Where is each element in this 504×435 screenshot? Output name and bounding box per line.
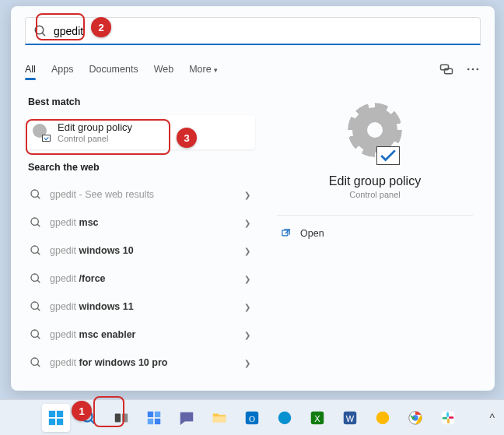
taskbar-app-2[interactable]	[271, 404, 299, 432]
sync-icon[interactable]	[439, 61, 454, 77]
search-icon	[30, 188, 42, 201]
widgets[interactable]	[140, 404, 168, 432]
svg-point-17	[31, 330, 38, 337]
taskbar-app-1[interactable]: O	[238, 404, 266, 432]
web-suggestion[interactable]: gpedit windows 11 ❯	[25, 293, 255, 321]
file-explorer[interactable]	[205, 404, 233, 432]
search-input[interactable]	[54, 25, 472, 37]
svg-rect-24	[57, 410, 63, 416]
chevron-right-icon: ❯	[244, 191, 250, 199]
preview-app-icon	[347, 107, 403, 163]
chevron-right-icon: ❯	[244, 359, 250, 367]
svg-rect-35	[213, 416, 226, 422]
web-suggestion[interactable]: gpedit msc enabler ❯	[25, 321, 255, 349]
svg-rect-34	[155, 418, 160, 423]
chat[interactable]	[173, 404, 201, 432]
annotation-box-1	[93, 396, 124, 427]
svg-text:O: O	[249, 413, 255, 423]
svg-point-15	[31, 302, 38, 309]
svg-point-6	[477, 68, 479, 71]
web-suggestion[interactable]: gpedit for windows 10 pro ❯	[25, 349, 255, 377]
chevron-down-icon: ▾	[214, 66, 218, 74]
svg-line-8	[37, 196, 40, 198]
tab-all[interactable]: All	[25, 59, 36, 79]
svg-line-14	[37, 280, 40, 282]
chevron-right-icon: ❯	[244, 275, 250, 283]
svg-line-12	[37, 252, 40, 254]
web-suggestion[interactable]: gpedit - See web results ❯	[25, 181, 255, 209]
preview-pane: Edit group policy Control panel Open	[269, 92, 481, 377]
tab-documents[interactable]: Documents	[89, 59, 138, 79]
web-suggestion[interactable]: gpedit /force ❯	[25, 265, 255, 293]
svg-rect-32	[155, 411, 160, 416]
svg-rect-49	[447, 418, 450, 423]
svg-line-16	[37, 308, 40, 310]
tab-apps[interactable]: Apps	[51, 59, 74, 79]
open-action[interactable]: Open	[269, 220, 481, 247]
svg-point-38	[278, 411, 292, 424]
svg-rect-48	[443, 417, 447, 419]
web-suggestion[interactable]: gpedit msc ❯	[25, 209, 255, 237]
annotation-3: 3	[177, 128, 197, 148]
web-heading: Search the web	[28, 162, 255, 173]
svg-rect-21	[282, 230, 288, 236]
web-suggestion[interactable]: gpedit windows 10 ❯	[25, 237, 255, 265]
svg-point-7	[31, 190, 38, 197]
search-icon	[30, 216, 42, 229]
svg-line-10	[37, 224, 40, 226]
more-icon[interactable]	[465, 61, 481, 77]
taskbar-chrome[interactable]	[401, 404, 429, 432]
svg-rect-47	[446, 412, 449, 416]
chevron-right-icon: ❯	[244, 219, 250, 227]
chevron-right-icon: ❯	[244, 247, 250, 255]
svg-text:X: X	[314, 413, 320, 423]
search-icon	[30, 300, 42, 313]
svg-point-11	[31, 246, 38, 253]
svg-rect-31	[148, 411, 153, 416]
search-popup: All Apps Documents Web More▾ Best match …	[11, 6, 495, 391]
svg-point-4	[467, 68, 470, 71]
divider	[277, 215, 473, 216]
svg-point-13	[31, 274, 38, 281]
search-icon	[30, 356, 42, 369]
svg-rect-23	[49, 410, 55, 416]
svg-point-5	[472, 68, 474, 71]
annotation-box-2	[36, 13, 85, 40]
svg-rect-50	[449, 416, 453, 419]
svg-rect-26	[57, 418, 63, 424]
tab-web[interactable]: Web	[154, 59, 173, 79]
svg-line-18	[37, 336, 40, 339]
annotation-1: 1	[72, 401, 92, 421]
chevron-right-icon: ❯	[244, 303, 250, 311]
tab-more[interactable]: More▾	[189, 59, 217, 79]
preview-subtitle: Control panel	[269, 190, 481, 199]
preview-title: Edit group policy	[269, 174, 481, 188]
svg-point-9	[31, 218, 38, 225]
search-icon	[30, 244, 42, 257]
open-icon	[280, 228, 291, 239]
chevron-right-icon: ❯	[244, 331, 250, 339]
search-icon	[30, 328, 42, 341]
svg-rect-33	[148, 418, 153, 423]
annotation-box-3	[26, 119, 170, 155]
svg-point-19	[31, 358, 38, 365]
best-match-heading: Best match	[28, 96, 255, 107]
taskbar-app-5[interactable]	[369, 404, 397, 432]
svg-line-20	[37, 364, 40, 367]
taskbar-slack[interactable]	[434, 404, 462, 432]
taskbar-app-3[interactable]: X	[303, 404, 331, 432]
search-icon	[30, 272, 42, 285]
start-button[interactable]	[42, 404, 70, 432]
svg-point-43	[376, 411, 390, 424]
open-label: Open	[300, 228, 324, 239]
annotation-2: 2	[91, 17, 111, 37]
svg-rect-25	[49, 418, 55, 424]
filter-tabs: All Apps Documents Web More▾	[11, 59, 495, 79]
svg-text:W: W	[346, 413, 355, 423]
taskbar-tray[interactable]: ^	[489, 400, 495, 435]
taskbar-app-4[interactable]: W	[336, 404, 364, 432]
